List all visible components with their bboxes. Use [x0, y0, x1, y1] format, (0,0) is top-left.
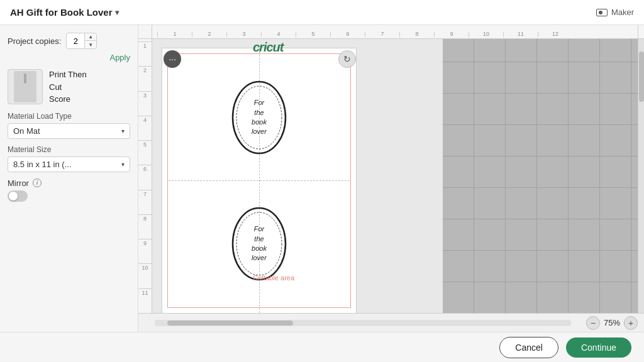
title-text: AH Gift for Book Lover: [10, 7, 113, 18]
ruler-vertical: 1 2 3 4 5 6 7 8 9 10 11: [138, 39, 152, 313]
ruler-mark-8: 8: [399, 32, 434, 37]
ruler-v-6: 6: [138, 165, 152, 189]
continue-button[interactable]: Continue: [566, 337, 631, 358]
ruler-scroll-corner: [638, 25, 644, 39]
project-copies-spinner[interactable]: ▲ ▼: [66, 33, 97, 49]
project-copies-label: Project copies:: [8, 36, 61, 46]
project-copies-row: Project copies: ▲ ▼: [8, 33, 130, 49]
bottom-action-bar: Cancel Continue: [0, 332, 644, 362]
thumb-inner: [14, 71, 36, 102]
options-button[interactable]: ···: [164, 50, 181, 68]
refresh-button[interactable]: ↻: [338, 50, 356, 68]
ruler-v-8: 8: [138, 214, 152, 239]
canvas-body: 1 2 3 4 5 6 7 8 9 10 11: [138, 39, 644, 313]
sidebar: Project copies: ▲ ▼ Apply Print Then Cu: [0, 25, 138, 332]
copies-input[interactable]: [67, 36, 84, 46]
ruler-mark-1: 1: [157, 32, 192, 37]
spinner-up-button[interactable]: ▲: [85, 33, 96, 41]
material-line-3: Score: [49, 93, 87, 106]
spinner-down-button[interactable]: ▼: [85, 41, 96, 49]
ruler-v-2: 2: [138, 66, 152, 90]
load-type-value: On Mat: [13, 126, 40, 136]
ruler-mark-12: 12: [538, 32, 572, 37]
ruler-mark-10: 10: [469, 32, 503, 37]
vertical-scroll-thumb[interactable]: [639, 52, 644, 102]
material-label: Print Then Cut Score: [49, 69, 87, 106]
mirror-row: Mirror i: [8, 178, 130, 188]
zoom-out-button[interactable]: −: [586, 316, 600, 330]
vertical-scrollbar[interactable]: [638, 39, 644, 313]
material-size-label: Material Size: [8, 145, 130, 154]
size-chevron-icon: ▾: [121, 161, 125, 168]
horizontal-scrollbar[interactable]: [155, 320, 571, 326]
ruler-h-marks: 1 2 3 4 5 6 7 8 9 10 11 12: [152, 25, 572, 38]
material-load-type-select[interactable]: On Mat ▾: [8, 123, 130, 139]
project-title[interactable]: AH Gift for Book Lover ▾: [10, 7, 119, 18]
ruler-v-1: 1: [138, 41, 152, 66]
mirror-toggle[interactable]: [8, 190, 28, 202]
material-thumbnail: [8, 69, 43, 104]
oval-top-container: For the book lover: [231, 80, 287, 155]
ruler-v-7: 7: [138, 190, 152, 214]
horizontal-scroll-thumb[interactable]: [167, 321, 293, 326]
ruler-corner: [138, 25, 152, 39]
mirror-label: Mirror: [8, 178, 29, 188]
cancel-button[interactable]: Cancel: [499, 337, 558, 358]
top-bar: AH Gift for Book Lover ▾ Maker: [0, 0, 644, 25]
cricut-logo: cricut: [253, 40, 283, 55]
spinner-buttons: ▲ ▼: [84, 33, 96, 49]
oval-top-text: For the book lover: [252, 98, 267, 137]
ruler-mark-5: 5: [296, 32, 330, 37]
ruler-mark-4: 4: [261, 32, 296, 37]
ruler-mark-2: 2: [192, 32, 226, 37]
ruler-mark-9: 9: [434, 32, 469, 37]
load-type-chevron-icon: ▾: [121, 128, 125, 134]
material-size-select[interactable]: 8.5 in x 11 in (... ▾: [8, 156, 130, 172]
canvas-area: 1 2 3 4 5 6 7 8 9 10 11 12 1: [138, 25, 644, 332]
ruler-mark-3: 3: [226, 32, 261, 37]
apply-button[interactable]: Apply: [109, 53, 130, 62]
material-size-value: 8.5 in x 11 in (...: [13, 160, 72, 169]
ruler-v-3: 3: [138, 91, 152, 116]
material-card: Print Then Cut Score: [8, 69, 130, 106]
mirror-info-icon[interactable]: i: [33, 178, 42, 187]
ruler-v-5: 5: [138, 140, 152, 165]
zoom-controls: − 75% +: [580, 316, 644, 330]
ruler-v-11: 11: [138, 288, 152, 313]
ruler-top-row: 1 2 3 4 5 6 7 8 9 10 11 12: [138, 25, 644, 39]
maker-text: Maker: [611, 8, 634, 17]
zoom-level: 75%: [604, 318, 620, 327]
maker-label: Maker: [596, 8, 634, 17]
zoom-in-button[interactable]: +: [624, 316, 638, 330]
maker-icon: [596, 9, 608, 16]
ruler-v-9: 9: [138, 239, 152, 263]
print-page[interactable]: For the book lover: [162, 48, 357, 313]
material-line-2: Cut: [49, 81, 87, 94]
ruler-mark-11: 11: [503, 32, 538, 37]
toggle-knob: [9, 192, 18, 200]
ruler-v-4: 4: [138, 116, 152, 140]
oval-bottom-text: For the book lover: [252, 224, 267, 263]
main-area: Project copies: ▲ ▼ Apply Print Then Cu: [0, 25, 644, 332]
oval-bottom-container: For the book lover: [231, 206, 287, 282]
ruler-v-10: 10: [138, 263, 152, 288]
ruler-mark-6: 6: [330, 32, 365, 37]
cuttable-area-label: Cuttable area: [253, 274, 294, 282]
grid-background: [443, 39, 644, 313]
bottom-controls: − 75% +: [138, 313, 644, 332]
material-load-type-label: Material Load Type: [8, 112, 130, 121]
title-chevron-icon: ▾: [115, 8, 119, 17]
ruler-horizontal: 1 2 3 4 5 6 7 8 9 10 11 12: [152, 25, 638, 39]
material-line-1: Print Then: [49, 69, 87, 81]
canvas-mat: For the book lover: [152, 39, 644, 313]
ruler-mark-7: 7: [365, 32, 399, 37]
